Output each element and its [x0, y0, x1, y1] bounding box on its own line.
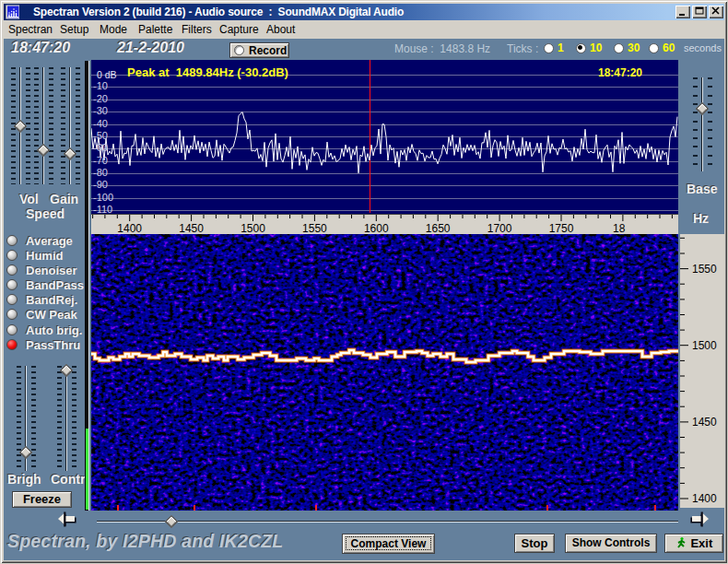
svg-text:1650: 1650	[426, 222, 451, 235]
svg-text:18: 18	[613, 222, 626, 235]
svg-text:1450: 1450	[179, 222, 204, 235]
svg-text:1550: 1550	[302, 222, 327, 235]
svg-text:1400: 1400	[117, 222, 142, 235]
svg-text:1550: 1550	[692, 263, 717, 276]
svg-text:1600: 1600	[364, 222, 389, 235]
svg-text:1750: 1750	[549, 222, 574, 235]
svg-text:1500: 1500	[692, 339, 717, 352]
svg-text:1700: 1700	[487, 222, 512, 235]
svg-text:1500: 1500	[241, 222, 265, 235]
svg-text:1400: 1400	[692, 492, 717, 505]
svg-text:1450: 1450	[692, 416, 717, 429]
